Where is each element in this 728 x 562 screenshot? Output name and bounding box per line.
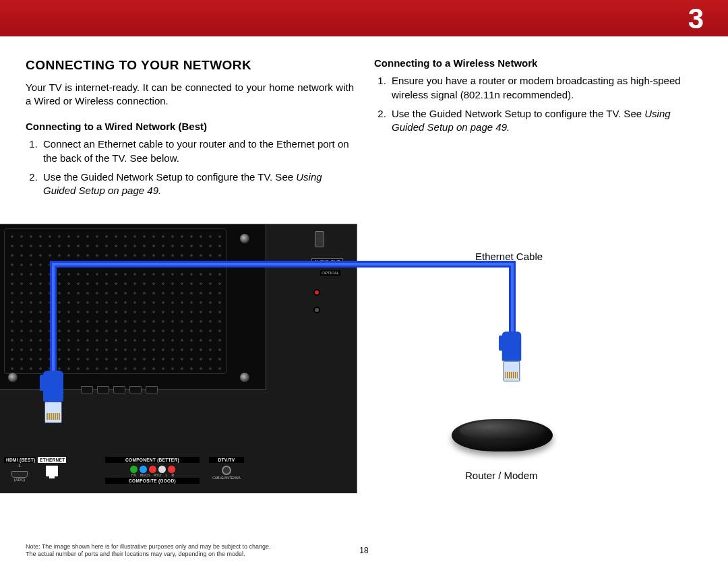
tv-inner-panel xyxy=(0,224,266,389)
rca-blue-icon xyxy=(140,466,147,473)
audio-out-label: AUDIO OUT xyxy=(311,258,343,266)
coax-icon xyxy=(222,466,231,475)
wireless-step-2: Use the Guided Network Setup to configur… xyxy=(389,107,702,135)
footnote: Note: The image shown here is for illust… xyxy=(26,543,383,558)
router-illustration xyxy=(452,419,553,460)
wired-step-2: Use the Guided Network Setup to configur… xyxy=(40,170,354,198)
wireless-step-1: Ensure you have a router or modem broadc… xyxy=(389,74,702,102)
audio-jack-r xyxy=(313,289,320,296)
ethernet-socket-icon xyxy=(46,466,58,476)
rj45-plug-router xyxy=(501,332,522,381)
rca-green-icon xyxy=(130,466,138,473)
header-bar: 3 xyxy=(0,0,728,36)
optical-label: OPTICAL xyxy=(320,270,340,276)
wireless-heading: Connecting to a Wireless Network xyxy=(374,57,702,70)
right-column: Connecting to a Wireless Network Ensure … xyxy=(374,57,702,206)
screw-icon xyxy=(240,234,249,243)
wireless-steps: Ensure you have a router or modem broadc… xyxy=(374,74,702,134)
speaker-grill xyxy=(4,228,226,374)
wired-heading: Connecting to a Wired Network (Best) xyxy=(26,120,354,133)
left-column: CONNECTING TO YOUR NETWORK Your TV is in… xyxy=(26,57,354,206)
hdmi-socket-icon xyxy=(11,471,28,478)
page-number-footer: 18 xyxy=(359,546,368,555)
intro-text: Your TV is internet-ready. It can be con… xyxy=(26,81,354,108)
tv-back-illustration: AUDIO OUT OPTICAL HDMI (BEST) 1 (ARC) ET… xyxy=(0,224,357,493)
hdmi-side-row xyxy=(81,386,158,394)
rj45-plug-tv xyxy=(42,371,65,423)
wired-steps: Connect an Ethernet cable to your router… xyxy=(26,137,354,197)
router-label: Router / Modem xyxy=(465,470,538,481)
ethernet-port-block: ETHERNET xyxy=(38,457,66,484)
back-of-tv-label: BACK OF TV xyxy=(26,523,96,536)
hdmi-port-block: HDMI (BEST) 1 (ARC) xyxy=(4,457,35,484)
usb-port-icon xyxy=(315,231,324,247)
dtv-port-block: DTV/TV CABLE/ANTENNA xyxy=(209,457,244,484)
chapter-number: 3 xyxy=(688,3,704,35)
page-title: CONNECTING TO YOUR NETWORK xyxy=(26,57,354,74)
screw-icon xyxy=(8,373,18,382)
rca-red-icon xyxy=(149,466,156,473)
component-port-block: COMPONENT (BETTER) Y/VPb/CbPr/CrLR COMPO… xyxy=(105,457,200,484)
wired-step-1: Connect an Ethernet cable to your router… xyxy=(40,137,354,165)
rca-red2-icon xyxy=(168,466,175,473)
bottom-port-strip: HDMI (BEST) 1 (ARC) ETHERNET COMPONENT (… xyxy=(0,453,249,493)
audio-jack-l xyxy=(313,307,320,313)
diagram-area: AUDIO OUT OPTICAL HDMI (BEST) 1 (ARC) ET… xyxy=(0,224,728,513)
ethernet-cable-label: Ethernet Cable xyxy=(475,251,543,262)
screw-icon xyxy=(240,373,249,382)
rca-white-icon xyxy=(158,466,166,473)
content-columns: CONNECTING TO YOUR NETWORK Your TV is in… xyxy=(0,36,728,206)
